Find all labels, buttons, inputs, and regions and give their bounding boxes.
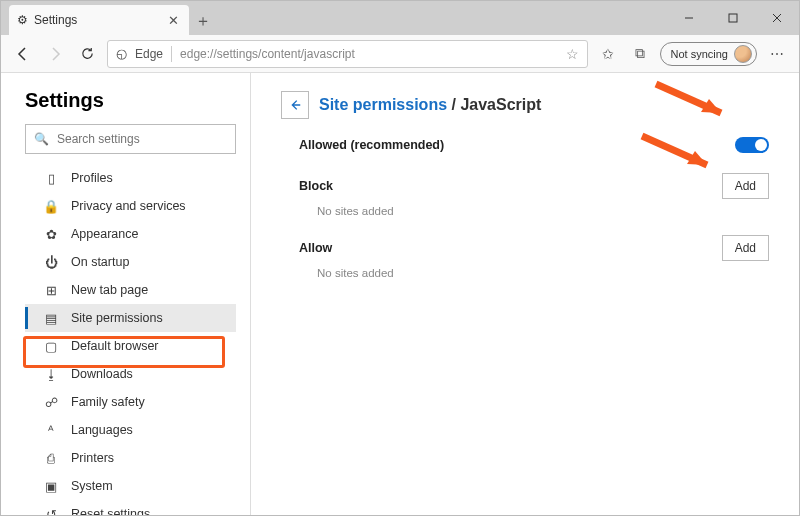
sidebar-item-label: Family safety — [71, 395, 145, 409]
favorite-star-icon[interactable]: ☆ — [566, 46, 579, 62]
window-controls — [667, 1, 799, 35]
sidebar-item-label: Privacy and services — [71, 199, 186, 213]
sidebar-item-label: Site permissions — [71, 311, 163, 325]
tab-title: Settings — [34, 13, 77, 27]
sidebar-item-label: On startup — [71, 255, 129, 269]
sidebar-item-label: Downloads — [71, 367, 133, 381]
browser-tab[interactable]: ⚙ Settings ✕ — [9, 5, 189, 35]
breadcrumb: Site permissions / JavaScript — [281, 91, 769, 119]
sidebar-item-languages[interactable]: ᴬLanguages — [25, 416, 236, 444]
breadcrumb-leaf: JavaScript — [460, 96, 541, 113]
block-label: Block — [299, 179, 333, 193]
sidebar-item-default-browser[interactable]: ▢Default browser — [25, 332, 236, 360]
allowed-label: Allowed (recommended) — [299, 138, 444, 152]
titlebar: ⚙ Settings ✕ ＋ — [1, 1, 799, 35]
edge-icon: ◵ — [116, 46, 127, 61]
sidebar-item-profiles[interactable]: ▯Profiles — [25, 164, 236, 192]
sidebar-item-startup[interactable]: ⏻On startup — [25, 248, 236, 276]
main-panel: Site permissions / JavaScript Allowed (r… — [251, 73, 799, 515]
back-button[interactable] — [11, 42, 35, 66]
divider — [171, 46, 172, 62]
settings-heading: Settings — [25, 89, 236, 112]
sidebar-item-privacy[interactable]: 🔒Privacy and services — [25, 192, 236, 220]
address-bar[interactable]: ◵ Edge edge://settings/content/javascrip… — [107, 40, 588, 68]
profile-sync-pill[interactable]: Not syncing — [660, 42, 757, 66]
avatar-icon — [734, 45, 752, 63]
sidebar-item-reset[interactable]: ↺Reset settings — [25, 500, 236, 515]
new-tab-button[interactable]: ＋ — [189, 7, 217, 35]
svg-rect-1 — [729, 14, 737, 22]
sidebar-item-label: Default browser — [71, 339, 159, 353]
printer-icon: ⎙ — [43, 451, 59, 466]
minimize-button[interactable] — [667, 1, 711, 35]
close-tab-icon[interactable]: ✕ — [168, 13, 179, 28]
sidebar-item-system[interactable]: ▣System — [25, 472, 236, 500]
sidebar-item-newtab[interactable]: ⊞New tab page — [25, 276, 236, 304]
sidebar-item-label: System — [71, 479, 113, 493]
sidebar: Settings 🔍 ▯Profiles 🔒Privacy and servic… — [1, 73, 251, 515]
sidebar-item-family[interactable]: ☍Family safety — [25, 388, 236, 416]
url-text: edge://settings/content/javascript — [180, 47, 355, 61]
edge-label: Edge — [135, 47, 163, 61]
browser-icon: ▢ — [43, 339, 59, 354]
breadcrumb-back-button[interactable] — [281, 91, 309, 119]
sidebar-item-label: Languages — [71, 423, 133, 437]
allow-empty-text: No sites added — [317, 267, 769, 279]
reset-icon: ↺ — [43, 507, 59, 516]
refresh-button[interactable] — [75, 42, 99, 66]
sync-label: Not syncing — [671, 48, 728, 60]
settings-nav: ▯Profiles 🔒Privacy and services ✿Appeara… — [25, 164, 236, 515]
close-window-button[interactable] — [755, 1, 799, 35]
search-settings[interactable]: 🔍 — [25, 124, 236, 154]
breadcrumb-text: Site permissions / JavaScript — [319, 96, 541, 114]
sidebar-item-label: Printers — [71, 451, 114, 465]
profiles-icon: ▯ — [43, 171, 59, 186]
breadcrumb-parent-link[interactable]: Site permissions — [319, 96, 447, 113]
system-icon: ▣ — [43, 479, 59, 494]
allow-label: Allow — [299, 241, 332, 255]
allowed-toggle[interactable] — [735, 137, 769, 153]
sidebar-item-label: Appearance — [71, 227, 138, 241]
favorites-icon[interactable]: ✩ — [596, 42, 620, 66]
newtab-icon: ⊞ — [43, 283, 59, 298]
forward-button[interactable] — [43, 42, 67, 66]
maximize-button[interactable] — [711, 1, 755, 35]
languages-icon: ᴬ — [43, 423, 59, 438]
sidebar-item-printers[interactable]: ⎙Printers — [25, 444, 236, 472]
search-icon: 🔍 — [34, 132, 49, 146]
breadcrumb-sep: / — [452, 96, 456, 113]
appearance-icon: ✿ — [43, 227, 59, 242]
allow-add-button[interactable]: Add — [722, 235, 769, 261]
sidebar-item-appearance[interactable]: ✿Appearance — [25, 220, 236, 248]
permissions-icon: ▤ — [43, 311, 59, 326]
family-icon: ☍ — [43, 395, 59, 410]
sidebar-item-label: Profiles — [71, 171, 113, 185]
block-empty-text: No sites added — [317, 205, 769, 217]
content: Settings 🔍 ▯Profiles 🔒Privacy and servic… — [1, 73, 799, 515]
search-input[interactable] — [57, 132, 227, 146]
sidebar-item-site-permissions[interactable]: ▤Site permissions — [25, 304, 236, 332]
more-menu-icon[interactable]: ⋯ — [765, 42, 789, 66]
power-icon: ⏻ — [43, 255, 59, 270]
toolbar: ◵ Edge edge://settings/content/javascrip… — [1, 35, 799, 73]
sidebar-item-label: Reset settings — [71, 507, 150, 515]
download-icon: ⭳ — [43, 367, 59, 382]
collections-icon[interactable]: ⧉ — [628, 42, 652, 66]
lock-icon: 🔒 — [43, 199, 59, 214]
block-add-button[interactable]: Add — [722, 173, 769, 199]
sidebar-item-downloads[interactable]: ⭳Downloads — [25, 360, 236, 388]
gear-icon: ⚙ — [17, 13, 28, 27]
sidebar-item-label: New tab page — [71, 283, 148, 297]
